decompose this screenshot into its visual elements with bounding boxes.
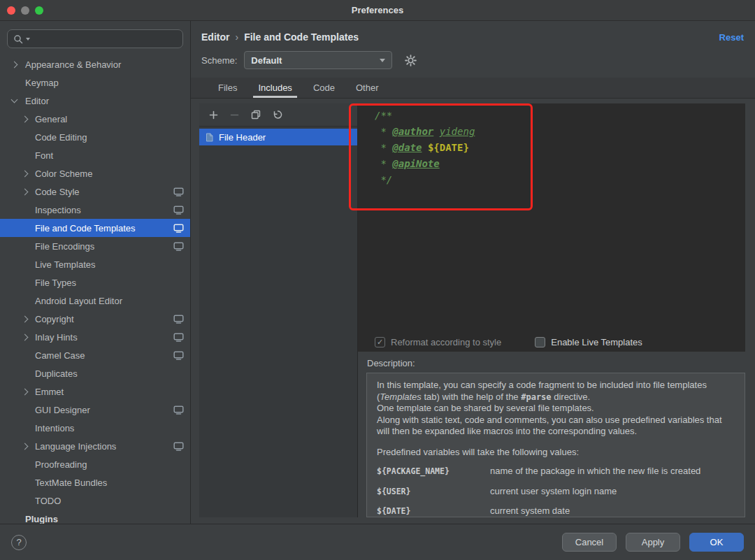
template-item-file-header[interactable]: File Header [199,129,357,145]
sidebar-item-copyright[interactable]: Copyright [0,310,190,328]
file-icon [205,133,214,142]
chevron-right-icon [22,315,29,322]
sidebar-item-label: General [35,114,67,124]
variables-intro: Predefined variables will take the follo… [377,447,735,459]
live-templates-checkbox[interactable]: Enable Live Templates [535,337,642,347]
template-list-panel: File Header [199,103,358,517]
breadcrumb-editor[interactable]: Editor [201,31,229,43]
settings-tree: Appearance & BehaviorKeymapEditorGeneral… [0,55,190,524]
sidebar-item-label: TextMate Bundles [35,478,107,488]
sidebar-item-code-style[interactable]: Code Style [0,182,190,201]
sidebar-item-proofreading[interactable]: Proofreading [0,455,190,473]
close-button[interactable] [7,6,15,15]
help-button[interactable]: ? [11,535,27,550]
sidebar-item-label: Inspections [35,205,81,215]
copy-template-button[interactable] [251,110,261,120]
sidebar-item-color-scheme[interactable]: Color Scheme [0,164,190,182]
description-box: In this template, you can specify a code… [366,373,745,517]
sidebar-item-label: Android Layout Editor [35,296,122,306]
chevron-right-icon [11,61,18,68]
monitor-icon [173,333,184,342]
breadcrumb-current: File and Code Templates [244,31,359,43]
code-content: /** * @author yideng * @date ${DATE} * @… [375,108,738,188]
sidebar-item-file-types[interactable]: File Types [0,273,190,292]
revert-template-button[interactable] [273,110,282,120]
sidebar-item-camel-case[interactable]: Camel Case [0,346,190,364]
sidebar-item-label: Live Templates [35,259,95,270]
template-list: File Header [199,127,357,517]
sidebar-item-file-encodings[interactable]: File Encodings [0,237,190,255]
sidebar-item-duplicates[interactable]: Duplicates [0,364,190,382]
sidebar-item-intentions[interactable]: Intentions [0,419,190,437]
sidebar-item-gui-designer[interactable]: GUI Designer [0,401,190,419]
sidebar-item-appearance-behavior[interactable]: Appearance & Behavior [0,55,190,73]
sidebar-item-label: File and Code Templates [35,223,136,234]
scheme-selected-value: Default [251,55,380,66]
monitor-icon [173,442,184,451]
reset-link[interactable]: Reset [719,32,744,43]
tab-other[interactable]: Other [347,78,388,98]
sidebar-item-label: File Encodings [35,241,94,252]
cancel-button[interactable]: Cancel [562,533,617,552]
sidebar-item-file-and-code-templates[interactable]: File and Code Templates [0,219,190,237]
sidebar-item-label: Intentions [35,423,74,433]
template-tabs: FilesIncludesCodeOther [191,78,755,99]
search-icon [13,34,23,44]
tab-includes[interactable]: Includes [249,78,301,98]
variable-name: ${PACKAGE_NAME} [377,466,490,478]
sidebar-item-live-templates[interactable]: Live Templates [0,255,190,273]
variable-description: current system date [490,505,570,517]
ok-button[interactable]: OK [689,533,744,552]
sidebar-item-editor[interactable]: Editor [0,92,190,110]
sidebar-item-label: Font [35,150,53,161]
add-template-button[interactable] [209,110,218,120]
sidebar-item-label: TODO [35,496,61,506]
tab-files[interactable]: Files [209,78,246,98]
scheme-select[interactable]: Default [244,51,392,69]
sidebar-item-emmet[interactable]: Emmet [0,382,190,401]
minimize-button[interactable] [21,6,29,15]
sidebar-item-inspections[interactable]: Inspections [0,201,190,219]
sidebar-item-keymap[interactable]: Keymap [0,73,190,92]
breadcrumb: Editor › File and Code Templates [201,31,359,43]
window-title: Preferences [0,5,755,15]
sidebar-item-label: Code Style [35,187,80,197]
variable-description: name of the package in which the new fil… [490,466,700,478]
sidebar-item-label: GUI Designer [35,405,90,415]
chevron-right-icon [22,333,29,340]
sidebar-item-inlay-hints[interactable]: Inlay Hints [0,328,190,346]
search-history-chevron-icon [26,38,30,41]
sidebar-item-label: Inlay Hints [35,332,78,343]
monitor-icon [173,315,184,324]
apply-button[interactable]: Apply [626,533,680,552]
description-paragraph: One template can be shared by several fi… [377,403,735,415]
code-line: * @author yideng [375,124,738,140]
gear-icon[interactable] [405,55,417,66]
sidebar-item-code-editing[interactable]: Code Editing [0,128,190,146]
sidebar-item-label: Duplicates [35,368,78,379]
sidebar-item-textmate-bundles[interactable]: TextMate Bundles [0,473,190,491]
scheme-row: Scheme: Default [191,48,755,73]
tab-code[interactable]: Code [304,78,344,98]
chevron-right-icon [22,115,29,122]
code-line: /** [375,108,738,124]
sidebar-item-label: Proofreading [35,459,87,470]
sidebar-item-android-layout-editor[interactable]: Android Layout Editor [0,292,190,310]
titlebar: Preferences [0,0,755,21]
template-editor[interactable]: /** * @author yideng * @date ${DATE} * @… [358,103,745,332]
variable-row: ${DATE}current system date [377,505,735,517]
zoom-button[interactable] [35,6,43,15]
code-line: * @date ${DATE} [375,140,738,156]
sidebar-item-label: Color Scheme [35,168,92,179]
sidebar-item-font[interactable]: Font [0,146,190,164]
settings-header: Editor › File and Code Templates Reset [191,21,755,48]
sidebar-item-todo[interactable]: TODO [0,491,190,510]
search-input[interactable] [7,29,183,48]
sidebar-item-plugins[interactable]: Plugins [0,510,190,524]
template-settings-body: File Header /** * @author yideng * @date… [191,99,755,524]
sidebar-item-general[interactable]: General [0,110,190,128]
variable-row: ${USER}current user system login name [377,486,735,498]
sidebar-item-label: Plugins [25,514,58,524]
sidebar-item-language-injections[interactable]: Language Injections [0,437,190,455]
monitor-icon [173,405,184,415]
